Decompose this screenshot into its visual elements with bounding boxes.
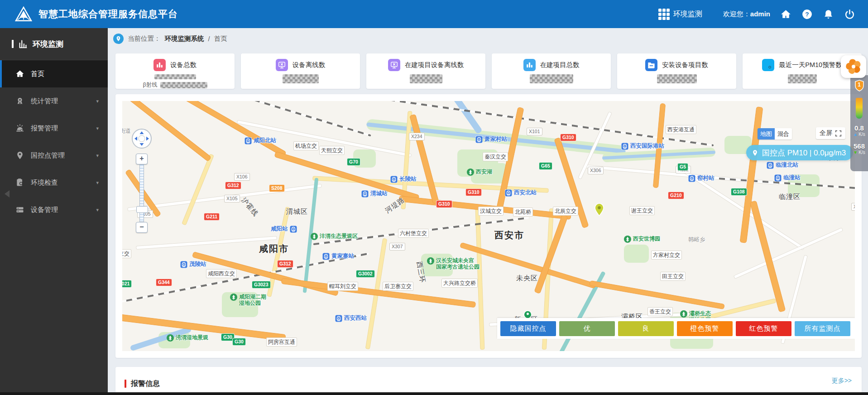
legend-button-3[interactable]: 良	[618, 321, 674, 336]
map-label: X105	[224, 195, 240, 202]
speed-panel: 1 0.8 ▲K/s 568 ▼K/s	[850, 75, 868, 171]
title-bar-decor	[12, 40, 14, 48]
redacted-value	[154, 74, 196, 79]
sidebar-menu: 首页统计管理▾报警管理▾国控点管理▾环境检查▾设备管理▾	[0, 60, 108, 223]
legend-button-2[interactable]: 优	[559, 321, 615, 336]
map-label: G70	[347, 158, 360, 166]
legend-button-1[interactable]: 隐藏国控点	[500, 321, 556, 336]
sidebar-collapse-arrow-icon[interactable]	[5, 190, 10, 198]
map-label: 未央区	[516, 274, 538, 282]
help-icon[interactable]: ?	[801, 9, 813, 20]
map-label: 西安市	[494, 230, 524, 241]
map-station-label: 临潼北站	[767, 162, 798, 169]
stat-card-title: 最近一天PM10预警数	[779, 61, 842, 69]
map-label: 天熙立交	[319, 146, 345, 155]
bar-chart-icon	[18, 39, 28, 49]
map-label: X101	[527, 128, 542, 135]
map-label: 田王立交	[660, 272, 686, 281]
stat-card-title: 在建项目总数	[540, 61, 580, 69]
map-label: X306	[588, 167, 604, 174]
sidebar-item-2[interactable]: 报警管理▾	[0, 115, 108, 142]
map-pan-compass[interactable]	[131, 128, 152, 149]
map-type-map[interactable]: 地图	[758, 128, 775, 140]
app-logo-icon	[15, 6, 32, 22]
map-railway	[254, 101, 371, 136]
welcome-text: 欢迎您：admin	[723, 10, 770, 19]
map-label: 立交	[122, 249, 131, 258]
map-label: 后卫寨立交	[383, 282, 413, 291]
stat-card-icon	[645, 59, 657, 71]
map-label: G65	[539, 162, 552, 170]
redacted-value	[160, 82, 207, 88]
map-card: 咸阳北站萧家村站长陵站渭城站西安北站西安国际港站临潼北站临潼站窑村站咸阳站茂陵站…	[115, 94, 862, 358]
map-label: 帽耳刘立交	[327, 282, 358, 291]
fullscreen-icon	[835, 130, 842, 137]
sidebar-item-3[interactable]: 国控点管理▾	[0, 142, 108, 169]
map-canvas[interactable]: 咸阳北站萧家村站长陵站渭城站西安北站西安国际港站临潼北站临潼站窑村站咸阳站茂陵站…	[122, 101, 855, 351]
upload-speed-value: 0.8	[854, 124, 864, 132]
chevron-down-icon: ▾	[96, 153, 99, 159]
map-label: 机场立交	[293, 141, 319, 150]
sidebar-item-label: 国控点管理	[31, 151, 65, 160]
bell-icon[interactable]	[823, 9, 834, 20]
map-park-label: 沣渭生态景观区	[311, 233, 358, 240]
section-accent-bar	[125, 380, 126, 388]
map-label: X106	[234, 173, 250, 181]
sidebar-item-home[interactable]: 首页	[0, 60, 108, 87]
breadcrumb-page[interactable]: 首页	[214, 34, 227, 43]
map-label: 北苑桥	[513, 207, 533, 217]
power-icon[interactable]	[844, 9, 855, 20]
shield-badge-icon[interactable]: 1	[854, 80, 864, 92]
breadcrumb-system[interactable]: 环境监测系统	[165, 34, 204, 43]
sidebar-item-4[interactable]: 环境检查▾	[0, 169, 108, 196]
map-type-hybrid[interactable]: 混合	[775, 128, 792, 140]
stats-row: 设备总数β射线设备离线数在建项目设备离线数在建项目总数安装设备项目数最近一天PM…	[115, 53, 862, 89]
grid-icon	[658, 9, 670, 20]
stat-card-5: 安装设备项目数	[617, 53, 736, 89]
map-station-label: 西安北站	[505, 189, 537, 197]
home-icon[interactable]	[780, 9, 791, 20]
zoom-slider-track[interactable]	[139, 164, 144, 222]
map-park-area	[624, 245, 649, 263]
stat-card-icon	[153, 59, 166, 71]
map-label: 方家村立交	[651, 250, 682, 260]
redacted-value	[410, 74, 442, 83]
fullscreen-button[interactable]: 全屏	[816, 127, 845, 139]
stat-card-icon	[276, 59, 288, 71]
redacted-value	[657, 74, 697, 83]
map-station-label: 咸阳站	[271, 226, 297, 233]
sidebar-item-5[interactable]: 设备管理▾	[0, 196, 108, 223]
map-road-name: 沪霍线	[240, 196, 260, 218]
location-pin-icon	[113, 34, 124, 44]
zoom-out-button[interactable]: −	[136, 222, 148, 233]
legend-button-4[interactable]: 橙色预警	[677, 321, 733, 336]
stat-card-4: 在建项目总数	[492, 53, 611, 89]
username: admin	[750, 10, 770, 18]
stat-card-title: 安装设备项目数	[662, 61, 708, 69]
legend-button-5[interactable]: 红色预警	[736, 321, 791, 336]
down-arrow-icon: ▼	[853, 150, 858, 155]
map-road	[136, 236, 277, 250]
map-label: G5	[677, 163, 688, 171]
zoom-in-button[interactable]: +	[136, 154, 148, 164]
assistant-ball-button[interactable]	[841, 55, 866, 78]
map-station-label: 长陵站	[390, 176, 417, 183]
zoom-slider-thumb[interactable]	[136, 206, 148, 213]
breadcrumb-prefix: 当前位置：	[128, 34, 161, 43]
speed-gradient-bar	[856, 98, 863, 119]
legend-button-6[interactable]: 所有监测点	[795, 321, 850, 336]
map-label: 临潼区	[779, 193, 801, 201]
map-park-label: 西安世博园	[624, 236, 660, 243]
map-station-label: 咸阳北站	[245, 137, 276, 145]
up-arrow-icon: ▲	[853, 132, 858, 137]
monitor-point-marker-icon[interactable]	[595, 203, 604, 216]
map-park-label: 西安湖	[467, 169, 492, 176]
module-switcher[interactable]: 环境监测	[658, 9, 702, 20]
map-label: G310	[465, 188, 482, 196]
redacted-value	[788, 74, 817, 83]
more-link[interactable]: 更多>>	[832, 377, 852, 385]
map-label: 街道	[122, 128, 131, 135]
chevron-down-icon: ▾	[96, 98, 99, 104]
sidebar-item-1[interactable]: 统计管理▾	[0, 87, 108, 115]
sidebar: 环境监测 首页统计管理▾报警管理▾国控点管理▾环境检查▾设备管理▾	[0, 28, 108, 395]
